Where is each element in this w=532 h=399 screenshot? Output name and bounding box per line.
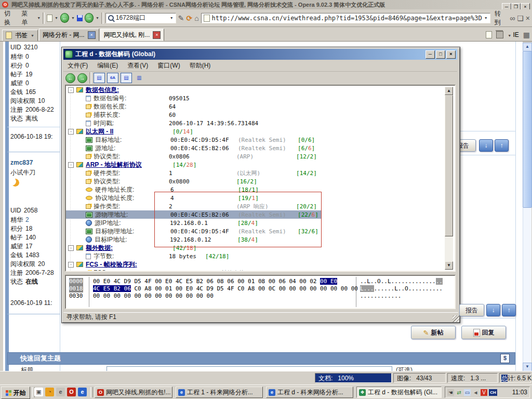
antivirus-icon[interactable]: V <box>481 389 487 396</box>
decoder-titlebar[interactable]: 工程 d - 数据包解码 (Global) ─ □ × <box>63 49 457 60</box>
menu-item[interactable]: 窗口(W) <box>153 60 184 71</box>
view-columns-button[interactable]: ▥ <box>134 73 144 83</box>
tree-row[interactable]: 数据包长度:64 <box>66 102 240 111</box>
reply-button[interactable]: 回复 <box>461 326 506 339</box>
hex-row[interactable]: 00184C E5 B2 06 C0 A8 00 01 00 E0 4C D9 … <box>66 285 455 292</box>
opera-gray-icon[interactable]: e <box>56 388 65 396</box>
hex-row[interactable]: 000000 E0 4C D9 D5 4F 00 E0 4C E5 B2 06 … <box>66 278 455 285</box>
forward-dropdown-icon[interactable]: ▼ <box>96 16 99 20</box>
ime-indicator[interactable]: CH <box>489 389 497 396</box>
expander-icon[interactable]: - <box>68 129 74 135</box>
show-desktop-icon[interactable]: ▣ <box>34 388 43 396</box>
opera-icon[interactable]: O <box>67 388 76 396</box>
tree-row[interactable]: 协议地址长度:4[19/1] <box>66 194 262 202</box>
menu-item[interactable]: 帮助(H) <box>185 60 215 71</box>
view-combined-button[interactable]: ▤ <box>121 73 132 83</box>
display-icon[interactable]: ▭ <box>464 389 471 396</box>
hand-icon[interactable]: ☚ <box>447 389 454 396</box>
tree-row[interactable]: 协议类型:0x0806(ARP)[12/2] <box>66 152 320 161</box>
tree-row[interactable]: 协议类型:0x0800[16/2] <box>66 177 260 185</box>
menu-button[interactable]: 菜单 <box>20 8 35 28</box>
author-name-link[interactable]: zmc837 <box>10 159 33 166</box>
decode-back-button[interactable]: ← <box>65 73 75 83</box>
tree-row[interactable]: 源IP地址:192.168.0.1[28/4] <box>66 219 261 227</box>
tab-close-icon[interactable]: × <box>153 31 161 39</box>
prev-post-button[interactable]: ↑ <box>495 139 509 152</box>
new-post-button[interactable]: ✎ 新帖 <box>411 326 456 339</box>
expander-icon[interactable]: - <box>68 245 74 251</box>
trash-icon[interactable] <box>496 31 503 38</box>
collapse-icon[interactable]: $ <box>500 354 510 363</box>
tab-forum[interactable]: 网络分析 - 网... × <box>39 29 99 41</box>
home-icon[interactable]: ⌂ <box>194 14 198 22</box>
back-button[interactable]: ← <box>60 13 69 23</box>
tree-row[interactable]: 字节数:18 bytes[42/18] <box>66 252 232 260</box>
view-hex-button[interactable]: 6A <box>107 73 118 83</box>
task-button[interactable]: e工程 d - 科来网络分析... <box>266 387 353 398</box>
next-post-button[interactable]: ↓ <box>486 304 500 316</box>
report-button[interactable]: 报告 <box>459 304 484 316</box>
menu-item[interactable]: 查看(V) <box>123 60 152 71</box>
tree-row[interactable]: 目标地址:00:E0:4C:D9:D5:4F(Realtek Semi)[0/6… <box>66 136 318 144</box>
forward-button[interactable]: → <box>85 13 94 23</box>
tab-thread[interactable]: 网吧又掉线, 刚... × <box>100 29 165 41</box>
expander-icon[interactable]: - <box>68 262 74 268</box>
address-bar[interactable]: http://www.csna.cn/viewthread.php?tid=19… <box>201 13 490 23</box>
decoder-minimize-button[interactable]: ─ <box>425 50 435 59</box>
search-dropdown-icon[interactable]: ▼ <box>170 16 174 20</box>
page-scrollbar-thumb[interactable] <box>523 51 532 208</box>
tree-row[interactable]: FCS:0x7E71E693(计算出的) <box>66 269 281 272</box>
tree-row[interactable]: 时间戳:2006-10-17 14:39:56.731484 <box>66 119 240 127</box>
sync-icon[interactable]: ⇄ <box>456 389 462 396</box>
expander-icon[interactable]: - <box>68 162 74 168</box>
volume-icon[interactable]: ◄ <box>472 389 479 396</box>
tree-row[interactable]: 捕获长度:60 <box>66 111 240 119</box>
task-button[interactable]: ❖工程 d - 数据包解码 (Gl... <box>356 387 442 398</box>
decoder-maximize-button[interactable]: □ <box>436 50 445 59</box>
menu-dropdown-icon[interactable]: ▼ <box>37 16 41 20</box>
resize-grip[interactable] <box>453 315 459 322</box>
prev-post-button[interactable]: ↑ <box>502 304 516 316</box>
menu-item[interactable]: 文件(F) <box>63 60 92 71</box>
glasses-icon[interactable]: ∞ <box>510 14 515 22</box>
tree-row[interactable]: 源物理地址:00:E0:4C:E5:B2:06(Realtek Semi)[22… <box>66 210 322 219</box>
menu-item[interactable]: 编辑(E) <box>93 60 122 71</box>
next-post-button[interactable]: ↓ <box>479 139 493 152</box>
view-list-button[interactable]: ▤ <box>94 73 105 83</box>
panels-icon[interactable]: ▦ <box>523 31 530 39</box>
tree-row[interactable]: 硬件类型:1(以太网)[14/2] <box>66 169 320 177</box>
bookmarks-button[interactable]: 书签 ▼ <box>2 30 38 41</box>
tree-scrollbar-thumb[interactable] <box>445 95 453 236</box>
tree-row[interactable]: -FCS - 帧校验序列: <box>66 260 176 269</box>
tree-scrollbar[interactable]: ▲ ▼ <box>445 87 453 270</box>
tree-row[interactable]: -数据包信息: <box>66 86 176 94</box>
task-button[interactable]: O网吧又掉线,刚抓的包!... <box>95 387 172 398</box>
close-page-icon[interactable]: × <box>526 14 530 22</box>
back-dropdown-icon[interactable]: ▼ <box>71 16 75 20</box>
tree-row[interactable]: 源地址:00:E0:4C:E5:B2:06(Realtek Semi)[6/6] <box>66 144 318 152</box>
ie-mode-button[interactable]: ▼ IE <box>508 31 519 38</box>
new-page-dropdown-icon[interactable]: ▼ <box>55 16 58 20</box>
tree-row[interactable]: 硬件地址长度:6[18/1] <box>66 185 262 194</box>
tree-row[interactable]: 操作类型:2(ARP 响应)[20/2] <box>66 202 320 210</box>
pie-tool-icon[interactable]: ◔ <box>45 388 54 396</box>
refresh-icon[interactable]: ⟳ <box>186 14 192 22</box>
windows-stack-icon[interactable]: ❏ <box>517 14 524 22</box>
save-button[interactable] <box>77 15 83 21</box>
add-page-icon[interactable] <box>486 31 492 38</box>
tree-row[interactable]: -以太网 - II[0/14] <box>66 127 196 136</box>
tree-row[interactable]: 目标IP地址:192.168.0.12[38/4] <box>66 235 261 244</box>
hex-row[interactable]: 003000 00 00 00 00 00 00 00 00 00 00 00.… <box>66 292 455 300</box>
hex-view-panel[interactable]: 000000 E0 4C D9 D5 4F 00 E0 4C E5 B2 06 … <box>65 275 456 309</box>
switch-button[interactable]: 切换 <box>2 8 18 28</box>
ie-icon[interactable]: e <box>78 388 87 396</box>
tree-scroll-down-icon[interactable]: ▼ <box>445 261 453 270</box>
expander-icon[interactable]: - <box>68 87 74 93</box>
decoder-close-button[interactable]: × <box>446 50 456 59</box>
note-pencil-icon[interactable]: ✎ <box>178 14 184 22</box>
tree-row[interactable]: 目标物理地址:00:E0:4C:D9:D5:4F(Realtek Semi)[3… <box>66 227 322 235</box>
start-button[interactable]: 开始 <box>1 387 30 399</box>
tree-row[interactable]: -ARP - 地址解析协议[14/28] <box>66 161 200 169</box>
tree-row[interactable]: 数据包编号:095015 <box>66 94 240 102</box>
decode-forward-button[interactable]: → <box>77 73 87 83</box>
